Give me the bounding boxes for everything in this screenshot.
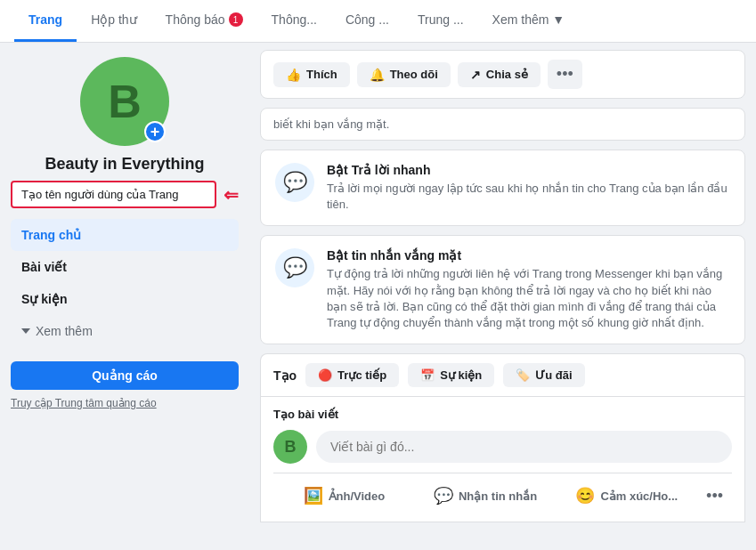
avatar-wrapper: B + <box>80 57 169 146</box>
post-box: Tạo bài viết B 🖼️ Ảnh/Video 💬 Nhận tin n… <box>260 396 745 522</box>
like-button[interactable]: 👍 Thích <box>273 62 350 87</box>
nav-item-trung[interactable]: Trung ... <box>403 0 478 42</box>
live-label: Trực tiếp <box>337 368 386 382</box>
photo-video-icon: 🖼️ <box>304 486 323 506</box>
nav-label-hoptu: Hộp thư <box>91 12 136 27</box>
share-button[interactable]: ↗ Chia sẻ <box>458 62 541 87</box>
left-sidebar: B + Beauty in Everything Tạo tên người d… <box>0 43 249 530</box>
message-button[interactable]: 💬 Nhận tin nhắn <box>415 481 557 511</box>
emotion-icon: 😊 <box>575 486 595 506</box>
nav-label-cong: Công ... <box>345 12 389 27</box>
message-label: Nhận tin nhắn <box>459 489 537 503</box>
top-nav: Trang Hộp thư Thông báo 1 Thông... Công … <box>0 0 756 43</box>
more-options-button[interactable]: ••• <box>548 60 582 89</box>
notification-badge: 1 <box>229 12 243 27</box>
follow-icon: 🔔 <box>370 68 385 82</box>
nav-label-thongbao: Thông báo <box>166 12 225 27</box>
photo-video-label: Ảnh/Video <box>329 489 386 503</box>
live-button[interactable]: 🔴 Trực tiếp <box>305 363 399 387</box>
create-label: Tạo <box>273 368 297 383</box>
sidebar-nav: Trang chủ Bài viết Sự kiện Xem thêm <box>11 219 239 347</box>
nav-item-thongbao[interactable]: Thông báo 1 <box>151 0 257 42</box>
ads-link[interactable]: Truy cập Trung tâm quảng cáo <box>11 397 239 409</box>
right-content: 👍 Thích 🔔 Theo dõi ↗ Chia sẻ ••• biết kh… <box>249 43 756 530</box>
notif-desc-1: Trả lời mọi người ngay lập tức sau khi h… <box>327 181 730 213</box>
nav-label-thong: Thông... <box>272 12 317 27</box>
like-icon: 👍 <box>286 68 301 82</box>
message-icon: 💬 <box>434 486 453 506</box>
notif-icon-1: 💬 <box>275 163 314 202</box>
nav-label-trang: Trang <box>28 12 62 27</box>
sidebar-label-xemthem: Xem thêm <box>36 324 93 338</box>
like-label: Thích <box>306 68 337 81</box>
share-label: Chia sẻ <box>486 68 528 81</box>
create-username-button[interactable]: Tạo tên người dùng của Trang <box>11 181 216 208</box>
post-input[interactable] <box>316 431 732 463</box>
notif-title-1: Bật Trả lời nhanh <box>327 163 730 177</box>
sidebar-item-baiviet[interactable]: Bài viết <box>11 251 239 283</box>
sidebar-label-sukien: Sự kiện <box>21 292 67 306</box>
ads-button[interactable]: Quảng cáo <box>11 361 239 390</box>
action-bar: 👍 Thích 🔔 Theo dõi ↗ Chia sẻ ••• <box>260 50 745 99</box>
username-row: Tạo tên người dùng của Trang ⇐ <box>11 181 239 208</box>
nav-item-trang[interactable]: Trang <box>14 0 77 42</box>
nav-item-hopthu[interactable]: Hộp thư <box>77 0 150 42</box>
sidebar-item-xemthem[interactable]: Xem thêm <box>11 315 239 347</box>
follow-label: Theo dõi <box>390 68 438 81</box>
post-actions-row: 🖼️ Ảnh/Video 💬 Nhận tin nhắn 😊 Cảm xúc/H… <box>273 473 732 511</box>
nav-label-trung: Trung ... <box>418 12 464 27</box>
avatar-letter: B <box>108 75 142 128</box>
username-label: Tạo tên người dùng của Trang <box>21 188 179 201</box>
nav-label-xemthem: Xem thêm ▼ <box>492 12 565 27</box>
top-desc-text: biết khi bạn vắng mặt. <box>273 117 389 131</box>
event-icon: 📅 <box>420 368 435 382</box>
notif-card-1: 💬 Bật Trả lời nhanh Trả lời mọi người ng… <box>260 150 745 226</box>
offer-button[interactable]: 🏷️ Ưu đãi <box>503 363 584 387</box>
nav-item-cong[interactable]: Công ... <box>331 0 403 42</box>
notif-card-2: 💬 Bật tin nhắn vắng mặt Tự động trả lời … <box>260 235 745 344</box>
emotion-label: Cảm xúc/Ho... <box>600 489 678 503</box>
share-icon: ↗ <box>470 68 481 82</box>
arrow-icon: ⇐ <box>224 184 239 206</box>
right-scroll[interactable]: 👍 Thích 🔔 Theo dõi ↗ Chia sẻ ••• biết kh… <box>260 50 745 522</box>
notif-desc-2: Tự động trả lời những người liên hệ với … <box>327 266 730 331</box>
chevron-down-icon <box>21 328 30 334</box>
live-icon: 🔴 <box>318 368 332 382</box>
offer-icon: 🏷️ <box>516 368 530 382</box>
offer-label: Ưu đãi <box>535 368 572 382</box>
post-avatar: B <box>273 430 307 464</box>
main-layout: B + Beauty in Everything Tạo tên người d… <box>0 43 756 530</box>
post-avatar-letter: B <box>285 438 297 457</box>
notif-title-2: Bật tin nhắn vắng mặt <box>327 248 730 263</box>
photo-video-button[interactable]: 🖼️ Ảnh/Video <box>273 481 415 511</box>
nav-item-xemthem[interactable]: Xem thêm ▼ <box>478 0 580 42</box>
post-box-title: Tạo bài viết <box>273 408 732 421</box>
top-description: biết khi bạn vắng mặt. <box>260 108 745 141</box>
sidebar-label-trangchu: Trang chủ <box>21 228 81 242</box>
event-label: Sự kiện <box>440 368 482 382</box>
sidebar-item-sukien[interactable]: Sự kiện <box>11 283 239 315</box>
sidebar-item-trangchu[interactable]: Trang chủ <box>11 219 239 251</box>
notif-content-1: Bật Trả lời nhanh Trả lời mọi người ngay… <box>327 163 730 213</box>
create-bar: Tạo 🔴 Trực tiếp 📅 Sự kiện 🏷️ Ưu đãi <box>260 353 745 396</box>
event-button[interactable]: 📅 Sự kiện <box>408 363 494 387</box>
sidebar-label-baiviet: Bài viết <box>21 260 67 274</box>
add-photo-button[interactable]: + <box>144 121 166 142</box>
post-more-button[interactable]: ••• <box>697 481 732 511</box>
notif-icon-2: 💬 <box>275 248 314 287</box>
follow-button[interactable]: 🔔 Theo dõi <box>357 62 451 87</box>
page-name: Beauty in Everything <box>45 155 204 174</box>
emotion-button[interactable]: 😊 Cảm xúc/Ho... <box>556 481 697 511</box>
profile-section: B + Beauty in Everything Tạo tên người d… <box>11 57 239 208</box>
post-input-row: B <box>273 430 732 464</box>
notif-content-2: Bật tin nhắn vắng mặt Tự động trả lời nh… <box>327 248 730 331</box>
nav-item-thong[interactable]: Thông... <box>257 0 331 42</box>
